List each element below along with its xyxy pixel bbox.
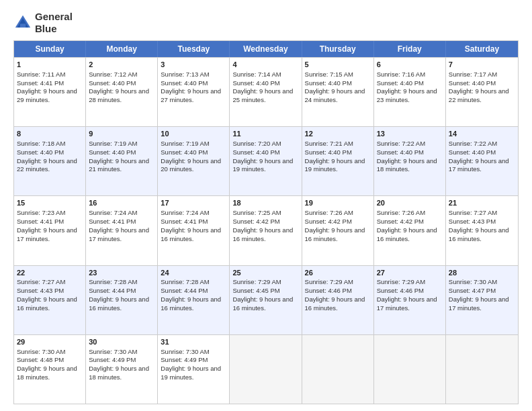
sunrise: Sunrise: 7:28 AM bbox=[161, 278, 209, 285]
day-number: 28 bbox=[449, 268, 515, 278]
daylight: Daylight: 9 hours and 27 minutes. bbox=[161, 87, 221, 103]
daylight: Daylight: 9 hours and 17 minutes. bbox=[449, 157, 509, 173]
calendar-cell: 12Sunrise: 7:21 AMSunset: 4:40 PMDayligh… bbox=[302, 127, 374, 195]
logo: General Blue bbox=[13, 11, 73, 35]
sunset: Sunset: 4:40 PM bbox=[232, 148, 279, 156]
calendar-cell: 14Sunrise: 7:22 AMSunset: 4:40 PMDayligh… bbox=[446, 127, 518, 195]
sunrise: Sunrise: 7:14 AM bbox=[232, 71, 281, 78]
day-number: 7 bbox=[449, 60, 515, 70]
sunrise: Sunrise: 7:22 AM bbox=[377, 140, 425, 147]
sunrise: Sunrise: 7:30 AM bbox=[449, 278, 497, 285]
sunset: Sunset: 4:40 PM bbox=[17, 148, 64, 156]
day-number: 30 bbox=[89, 337, 154, 347]
calendar-cell: 17Sunrise: 7:24 AMSunset: 4:41 PMDayligh… bbox=[158, 196, 230, 265]
daylight: Daylight: 9 hours and 16 minutes. bbox=[377, 226, 437, 242]
sunset: Sunset: 4:43 PM bbox=[17, 287, 64, 294]
calendar-cell: 25Sunrise: 7:29 AMSunset: 4:45 PMDayligh… bbox=[230, 266, 302, 334]
sunrise: Sunrise: 7:30 AM bbox=[161, 348, 209, 355]
svg-rect-2 bbox=[20, 24, 26, 28]
calendar-cell: 18Sunrise: 7:25 AMSunset: 4:42 PMDayligh… bbox=[230, 196, 302, 265]
day-number: 31 bbox=[161, 337, 226, 347]
sunset: Sunset: 4:40 PM bbox=[161, 148, 208, 156]
calendar-cell: 5Sunrise: 7:15 AMSunset: 4:40 PMDaylight… bbox=[302, 58, 374, 126]
calendar-row: 29Sunrise: 7:30 AMSunset: 4:48 PMDayligh… bbox=[14, 334, 518, 404]
sunrise: Sunrise: 7:17 AM bbox=[449, 71, 497, 78]
daylight: Daylight: 9 hours and 19 minutes. bbox=[305, 157, 365, 173]
sunrise: Sunrise: 7:29 AM bbox=[305, 278, 353, 285]
sunset: Sunset: 4:40 PM bbox=[232, 79, 279, 87]
daylight: Daylight: 9 hours and 22 minutes. bbox=[449, 87, 509, 103]
logo-text: General Blue bbox=[35, 11, 73, 35]
sunrise: Sunrise: 7:18 AM bbox=[17, 140, 65, 147]
calendar-cell: 8Sunrise: 7:18 AMSunset: 4:40 PMDaylight… bbox=[14, 127, 86, 195]
day-number: 16 bbox=[89, 198, 154, 208]
daylight: Daylight: 9 hours and 21 minutes. bbox=[89, 157, 149, 173]
day-number: 21 bbox=[449, 198, 515, 208]
day-of-week-header: Friday bbox=[374, 41, 446, 57]
sunrise: Sunrise: 7:13 AM bbox=[161, 71, 209, 78]
day-number: 13 bbox=[377, 129, 443, 139]
sunrise: Sunrise: 7:30 AM bbox=[89, 348, 137, 355]
sunrise: Sunrise: 7:15 AM bbox=[305, 71, 353, 78]
calendar-cell: 21Sunrise: 7:27 AMSunset: 4:43 PMDayligh… bbox=[446, 196, 518, 265]
sunset: Sunset: 4:43 PM bbox=[449, 218, 496, 225]
sunset: Sunset: 4:44 PM bbox=[161, 287, 208, 294]
calendar-cell: 30Sunrise: 7:30 AMSunset: 4:49 PMDayligh… bbox=[86, 335, 158, 404]
daylight: Daylight: 9 hours and 18 minutes. bbox=[377, 157, 437, 173]
calendar-row: 8Sunrise: 7:18 AMSunset: 4:40 PMDaylight… bbox=[14, 126, 518, 195]
daylight: Daylight: 9 hours and 19 minutes. bbox=[232, 157, 293, 173]
sunset: Sunset: 4:40 PM bbox=[449, 79, 496, 87]
sunrise: Sunrise: 7:29 AM bbox=[232, 278, 281, 285]
calendar-cell: 22Sunrise: 7:27 AMSunset: 4:43 PMDayligh… bbox=[14, 266, 86, 334]
day-of-week-header: Wednesday bbox=[230, 41, 302, 57]
sunset: Sunset: 4:40 PM bbox=[305, 148, 352, 156]
calendar-cell: 3Sunrise: 7:13 AMSunset: 4:40 PMDaylight… bbox=[158, 58, 230, 126]
day-number: 9 bbox=[89, 129, 154, 139]
sunrise: Sunrise: 7:19 AM bbox=[89, 140, 137, 147]
calendar-cell bbox=[374, 335, 446, 404]
day-number: 20 bbox=[377, 198, 443, 208]
daylight: Daylight: 9 hours and 17 minutes. bbox=[89, 226, 149, 242]
sunset: Sunset: 4:46 PM bbox=[305, 287, 352, 294]
daylight: Daylight: 9 hours and 19 minutes. bbox=[161, 365, 221, 381]
sunset: Sunset: 4:41 PM bbox=[89, 218, 136, 225]
daylight: Daylight: 9 hours and 16 minutes. bbox=[161, 295, 221, 312]
sunrise: Sunrise: 7:12 AM bbox=[89, 71, 137, 78]
sunset: Sunset: 4:46 PM bbox=[377, 287, 424, 294]
day-number: 11 bbox=[232, 129, 298, 139]
sunrise: Sunrise: 7:21 AM bbox=[305, 140, 353, 147]
calendar-cell: 19Sunrise: 7:26 AMSunset: 4:42 PMDayligh… bbox=[302, 196, 374, 265]
sunrise: Sunrise: 7:30 AM bbox=[17, 348, 65, 355]
calendar-cell: 26Sunrise: 7:29 AMSunset: 4:46 PMDayligh… bbox=[302, 266, 374, 334]
day-of-week-header: Tuesday bbox=[158, 41, 230, 57]
sunset: Sunset: 4:49 PM bbox=[161, 356, 208, 363]
sunset: Sunset: 4:48 PM bbox=[17, 356, 64, 363]
daylight: Daylight: 9 hours and 20 minutes. bbox=[161, 157, 221, 173]
daylight: Daylight: 9 hours and 25 minutes. bbox=[232, 87, 293, 103]
calendar: SundayMondayTuesdayWednesdayThursdayFrid… bbox=[13, 40, 519, 404]
calendar-cell: 11Sunrise: 7:20 AMSunset: 4:40 PMDayligh… bbox=[230, 127, 302, 195]
sunrise: Sunrise: 7:22 AM bbox=[449, 140, 497, 147]
day-number: 2 bbox=[89, 60, 154, 70]
logo-icon bbox=[13, 13, 32, 32]
calendar-body: 1Sunrise: 7:11 AMSunset: 4:41 PMDaylight… bbox=[14, 57, 518, 404]
day-number: 10 bbox=[161, 129, 226, 139]
calendar-cell: 27Sunrise: 7:29 AMSunset: 4:46 PMDayligh… bbox=[374, 266, 446, 334]
sunrise: Sunrise: 7:20 AM bbox=[232, 140, 281, 147]
daylight: Daylight: 9 hours and 16 minutes. bbox=[449, 226, 509, 242]
day-number: 18 bbox=[232, 198, 298, 208]
calendar-row: 15Sunrise: 7:23 AMSunset: 4:41 PMDayligh… bbox=[14, 195, 518, 265]
daylight: Daylight: 9 hours and 16 minutes. bbox=[232, 295, 293, 312]
daylight: Daylight: 9 hours and 16 minutes. bbox=[17, 295, 77, 312]
day-number: 15 bbox=[17, 198, 83, 208]
sunset: Sunset: 4:40 PM bbox=[89, 148, 136, 156]
day-number: 6 bbox=[377, 60, 443, 70]
day-number: 17 bbox=[161, 198, 226, 208]
daylight: Daylight: 9 hours and 22 minutes. bbox=[17, 157, 77, 173]
day-number: 12 bbox=[305, 129, 371, 139]
day-number: 19 bbox=[305, 198, 371, 208]
calendar-cell: 31Sunrise: 7:30 AMSunset: 4:49 PMDayligh… bbox=[158, 335, 230, 404]
sunrise: Sunrise: 7:28 AM bbox=[89, 278, 137, 285]
calendar-row: 1Sunrise: 7:11 AMSunset: 4:41 PMDaylight… bbox=[14, 57, 518, 126]
calendar-cell: 7Sunrise: 7:17 AMSunset: 4:40 PMDaylight… bbox=[446, 58, 518, 126]
